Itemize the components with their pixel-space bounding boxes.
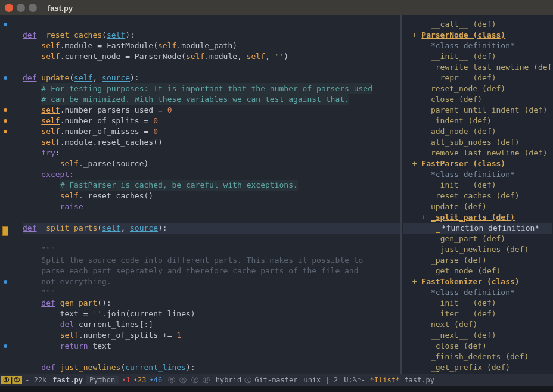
status-indicator: ①|① <box>1 376 22 384</box>
function-name: just_newlines <box>60 363 121 372</box>
flycheck-info[interactable]: •46 <box>146 376 165 384</box>
window-title: fast.py <box>48 4 73 13</box>
outline-item[interactable]: __init__ (def) <box>403 51 552 62</box>
close-icon[interactable] <box>5 4 13 12</box>
outline-item[interactable]: + FastTokenizer (class) <box>403 276 552 287</box>
fringe-dot <box>4 280 7 284</box>
keyword-except: except <box>41 170 69 179</box>
outline-item[interactable]: + ParserNode (class) <box>403 30 552 41</box>
cursor-indicator <box>2 226 8 236</box>
keyword-def: def <box>23 30 36 39</box>
status-git-branch[interactable]: Git-master <box>251 376 300 384</box>
status-minor-modes[interactable]: ⓐ ⓐ ⓨ ⓟ <box>165 375 213 385</box>
fringe-dot <box>4 119 7 123</box>
outline-item[interactable]: _reset_caches (def) <box>403 191 552 201</box>
param: self <box>107 30 125 39</box>
gutter <box>0 15 14 374</box>
outline-item[interactable]: parent_until_indent (def) <box>403 105 552 116</box>
outline-item[interactable]: _get_node (def) <box>403 266 552 276</box>
outline-item[interactable]: just_newlines (def) <box>403 244 552 255</box>
outline-item[interactable]: reset_node (def) <box>403 83 552 94</box>
comment: # can be minimized. With these variables… <box>41 94 349 105</box>
keyword-del: del <box>60 320 74 329</box>
fringe-dot <box>4 344 7 348</box>
keyword-try: try <box>41 148 55 157</box>
comment: # FastParser is cached, be careful with … <box>60 180 298 191</box>
outline-item[interactable]: _finish_dedents (def) <box>403 351 552 362</box>
flycheck-error[interactable]: •1 <box>119 376 133 384</box>
outline-item[interactable]: *function definition* <box>403 223 552 234</box>
outline-item[interactable]: __call__ (def) <box>403 19 552 30</box>
outline-item[interactable]: gen_part (def) <box>403 234 552 244</box>
outline-item[interactable]: __next__ (def) <box>403 330 552 341</box>
outline-item[interactable]: update (def) <box>403 201 552 212</box>
outline-item[interactable]: __repr__ (def) <box>403 73 552 83</box>
function-name: update <box>41 73 69 82</box>
maximize-icon[interactable] <box>29 4 37 12</box>
fringe-dot <box>4 130 7 133</box>
outline-item[interactable]: next (def) <box>403 319 552 330</box>
outline-item[interactable]: + FastParser (class) <box>403 158 552 169</box>
self: self <box>41 41 60 50</box>
current-line: def _split_parts(self, source): <box>23 223 400 234</box>
statusbar: ①|① - 22k fast.py Python •1 •23 •46 ⓐ ⓐ … <box>0 374 553 386</box>
fringe-dot <box>4 23 7 26</box>
outline-item[interactable]: *class definition* <box>403 169 552 180</box>
status-major-mode[interactable]: Python <box>86 376 119 384</box>
outline-item[interactable]: __init__ (def) <box>403 180 552 191</box>
keyword-return: return <box>60 341 88 350</box>
function-name: _split_parts <box>41 223 97 232</box>
outline-item[interactable]: __init__ (def) <box>403 298 552 309</box>
flycheck-warning[interactable]: •23 <box>133 376 147 384</box>
outline-item[interactable]: _close (def) <box>403 341 552 351</box>
titlebar: fast.py <box>0 0 553 15</box>
function-name: gen_part <box>60 298 98 307</box>
status-mode-k[interactable]: ⓚ <box>244 375 251 385</box>
outline-cursor <box>436 225 440 233</box>
outline-item[interactable]: remove_last_newline (def) <box>403 148 552 158</box>
docstring: """ <box>41 245 55 254</box>
outline-item[interactable]: + _split_parts (def) <box>403 212 552 223</box>
code-area[interactable]: def _reset_caches(self): self.module = F… <box>0 15 400 374</box>
outline-item[interactable]: _rewrite_last_newline (def) <box>403 62 552 73</box>
outline-item[interactable]: _indent (def) <box>403 116 552 126</box>
self: self <box>41 52 60 61</box>
minimize-icon[interactable] <box>17 4 25 12</box>
fringe-dot <box>4 108 7 112</box>
editor-pane[interactable]: def _reset_caches(self): self.module = F… <box>0 15 400 374</box>
status-encoding: unix | 2 <box>300 376 341 384</box>
bottom-gap <box>0 386 553 392</box>
status-ilist-file: fast.py <box>404 376 434 384</box>
outline-item[interactable]: __iter__ (def) <box>403 309 552 319</box>
outline-item[interactable]: add_node (def) <box>403 126 552 137</box>
keyword-def: def <box>23 73 36 82</box>
outline-item[interactable]: close (def) <box>403 94 552 105</box>
keyword-for: for <box>60 374 74 374</box>
status-filename: fast.py <box>49 376 86 384</box>
outline-item[interactable]: all_sub_nodes (def) <box>403 137 552 148</box>
keyword-raise: raise <box>60 202 83 211</box>
status-hybrid: hybrid <box>213 376 244 384</box>
outline-item[interactable]: _parse (def) <box>403 255 552 266</box>
comment: # For testing purposes: It is important … <box>41 83 372 94</box>
outline-item[interactable]: *class definition* <box>403 287 552 298</box>
fringe-dot <box>4 76 7 80</box>
status-size: - 22k <box>22 376 49 384</box>
outline-item[interactable]: *class definition* <box>403 41 552 51</box>
outline-pane[interactable]: __call__ (def) + ParserNode (class) *cla… <box>400 15 553 374</box>
outline-item[interactable]: _get_prefix (def) <box>403 362 552 373</box>
function-name: _reset_caches <box>41 30 102 39</box>
